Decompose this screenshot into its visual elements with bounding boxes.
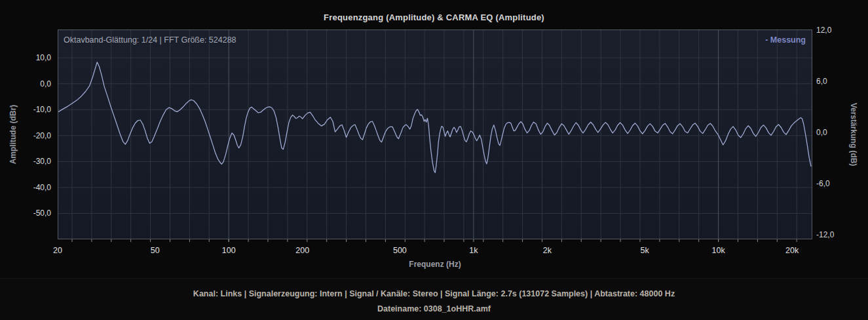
x-tick-label: 20k (772, 245, 812, 256)
x-tick-label: 50 (136, 245, 175, 256)
x-tick-label: 20 (38, 245, 77, 256)
y-left-tick-label: 0,0 (0, 79, 51, 89)
y-left-tick-label: 10,0 (0, 52, 51, 63)
x-tick-label: 2k (527, 245, 567, 256)
chart-title: Frequenzgang (Amplitude) & CARMA EQ (Amp… (0, 12, 868, 22)
y-right-tick-label: -6,0 (816, 178, 856, 189)
y-left-tick-label: -50,0 (0, 208, 51, 218)
y-left-tick-label: -30,0 (0, 156, 51, 167)
smoothing-fft-annotation: Oktavband-Glättung: 1/24 | FFT Größe: 52… (64, 35, 236, 45)
plot-area: Oktavband-Glättung: 1/24 | FFT Größe: 52… (58, 30, 812, 239)
y-right-axis-title: Verstärkung (dB) (849, 103, 858, 167)
status-bar: Kanal: Links | Signalerzeugung: Intern |… (0, 278, 868, 320)
frequency-response-chart (58, 30, 812, 243)
y-right-tick-label: 12,0 (816, 25, 856, 35)
x-axis-title: Frequenz (Hz) (409, 260, 461, 269)
x-tick-label: 100 (209, 245, 248, 256)
y-right-tick-label: -12,0 (816, 230, 856, 240)
x-tick-label: 200 (283, 245, 322, 256)
y-left-tick-label: -20,0 (0, 130, 51, 141)
x-tick-label: 500 (380, 245, 419, 256)
x-tick-label: 10k (699, 245, 738, 256)
status-measurement-info: Kanal: Links | Signalerzeugung: Intern |… (0, 289, 868, 298)
x-tick-label: 1k (454, 245, 493, 256)
carma-measurement-window: Frequenzgang (Amplitude) & CARMA EQ (Amp… (0, 0, 868, 320)
status-filename: Dateiname: 0308_1oHHR.amf (0, 304, 868, 313)
y-left-tick-label: -10,0 (0, 104, 51, 115)
y-left-tick-label: -40,0 (0, 182, 51, 193)
legend-messung: - Messung (765, 35, 806, 45)
y-right-tick-label: 6,0 (816, 76, 856, 87)
y-left-axis-title: Amplitude (dBr) (9, 105, 18, 165)
x-tick-label: 5k (625, 245, 664, 256)
